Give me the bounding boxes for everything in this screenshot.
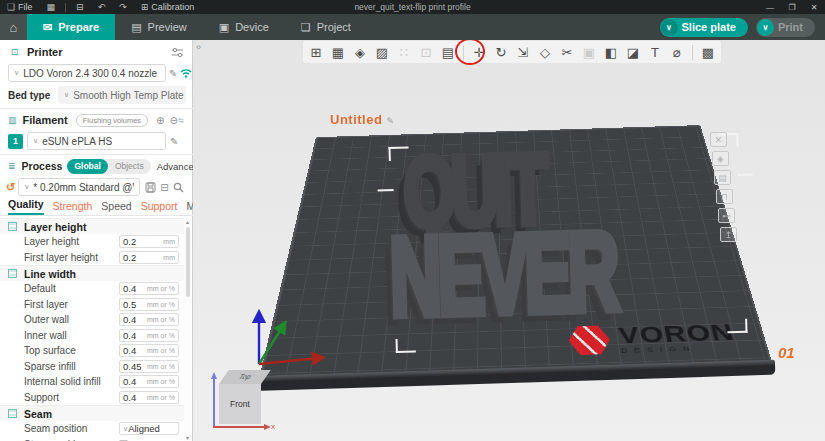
edit-printer-icon[interactable]: ✎ [169, 68, 177, 79]
scope-global[interactable]: Global [67, 159, 107, 174]
chevron-down-icon: ∨ [33, 137, 38, 145]
param-label: Sparse infill [24, 361, 119, 372]
param-label: Support [24, 392, 119, 403]
print-dropdown-icon[interactable]: ∨ [757, 19, 774, 36]
build-plate[interactable]: VORON DESIGN [259, 125, 772, 378]
home-button[interactable]: ⌂ [0, 14, 27, 40]
param-input[interactable]: 0.4mm or % [119, 282, 179, 295]
param-input[interactable]: 0.45mm or % [119, 360, 179, 373]
flushing-volumes-button[interactable]: Flushing volumes [76, 114, 148, 127]
tab-prepare-label: Prepare [58, 21, 99, 33]
tab-device[interactable]: ▣Device [203, 14, 285, 40]
slice-plate-button[interactable]: ∨ Slice plate [660, 18, 748, 37]
rename-plate-icon[interactable]: ✎ [386, 116, 394, 126]
scroll-up-icon[interactable]: ▴ [184, 218, 191, 225]
plate-name-label[interactable]: Untitled✎ [330, 112, 394, 127]
param-input[interactable]: 0.2mm [119, 251, 179, 264]
file-menu[interactable]: ❏ File [0, 0, 40, 14]
filament-preset-select[interactable]: ∨ eSUN ePLA HS [27, 132, 166, 150]
section-title: Line width [24, 268, 76, 280]
printer-preset-select[interactable]: ∨ LDO Voron 2.4 300 0.4 nozzle [8, 64, 166, 82]
printer-settings-icon[interactable] [171, 47, 184, 58]
calibration-menu[interactable]: ⊞ Calibration [134, 0, 202, 14]
navigation-cube[interactable]: Top Front x [209, 370, 279, 436]
param-input[interactable]: 0.2mm [119, 235, 179, 248]
param-section-header: Layer height [0, 218, 185, 234]
save-button[interactable]: ⊟ [69, 0, 91, 14]
scrollbar-thumb[interactable] [186, 227, 190, 297]
window-titlebar: ❏ File ▦ ⊟ ↶ ↷ ⊞ Calibration never_quit_… [0, 0, 825, 14]
y-axis-arrow [259, 326, 283, 364]
plate-image-icon[interactable]: ▤ [714, 170, 731, 185]
remove-filament-icon[interactable]: ⊖ [170, 115, 178, 126]
param-input[interactable]: 0.4mm or % [119, 375, 179, 388]
nav-face-top[interactable]: Top [219, 370, 271, 384]
plate-settings-icon[interactable]: ⊷ [718, 208, 735, 223]
delete-preset-icon[interactable]: ⊟ [160, 182, 168, 193]
add-filament-icon[interactable]: ⊕ [156, 115, 164, 126]
minimize-button[interactable]: — [759, 0, 781, 14]
param-value: 0.4 [123, 345, 136, 356]
filament-settings-icon[interactable] [178, 115, 184, 126]
redo-icon: ↷ [119, 2, 127, 12]
reset-preset-icon[interactable]: ↺ [6, 181, 15, 194]
maximize-button[interactable]: ❐ [781, 0, 803, 14]
param-label: Seam position [24, 423, 119, 434]
param-select[interactable]: ∨Aligned [119, 422, 179, 435]
param-unit: mm or % [147, 316, 175, 323]
param-input[interactable]: 0.4mm or % [119, 344, 179, 357]
redo-button[interactable]: ↷ [112, 0, 134, 14]
slice-dropdown-icon[interactable]: ∨ [661, 19, 678, 36]
filament-slot-badge[interactable]: 1 [8, 134, 23, 149]
menu-board-button[interactable]: ▦ [40, 0, 63, 14]
param-row: Staggered inner seams [0, 437, 185, 441]
param-unit: mm or % [147, 394, 175, 401]
voron-hexagon-icon [568, 324, 612, 356]
tab-preview-label: Preview [148, 21, 187, 33]
tab-prepare[interactable]: ✉Prepare [27, 14, 115, 40]
param-label: Default [24, 283, 119, 294]
logo-brand-text: VORON [617, 321, 736, 347]
slice-plate-label: Slice plate [682, 21, 736, 33]
tab-device-label: Device [235, 21, 269, 33]
sidebar-scrollbar[interactable]: ▴ ▾ [184, 218, 191, 441]
param-input[interactable]: 0.4mm or % [119, 313, 179, 326]
param-input[interactable]: 0.4mm or % [119, 391, 179, 404]
search-preset-icon[interactable] [173, 182, 184, 193]
param-unit: mm or % [147, 347, 175, 354]
param-input[interactable]: 0.4mm or % [119, 329, 179, 342]
bed-type-select[interactable]: ∨ Smooth High Temp Plate [58, 86, 186, 104]
param-unit: mm [163, 238, 175, 245]
param-tab-strength[interactable]: Strength [53, 200, 93, 215]
chevron-down-icon: ∨ [24, 183, 29, 191]
undo-button[interactable]: ↶ [91, 0, 113, 14]
origin-axes [243, 308, 327, 374]
param-label: Outer wall [24, 314, 119, 325]
plate-orient-icon[interactable]: ◈ [712, 151, 729, 166]
plate-arrow-icon[interactable]: ↥ [720, 227, 737, 242]
edit-filament-icon[interactable]: ✎ [170, 136, 178, 147]
scope-objects[interactable]: Objects [108, 159, 151, 174]
viewport-3d[interactable]: ‹› ⊞▦◈▨∷⊡▤✛↻⇲◇✂▣◧◪T⌀▩ VORON DESIGN QUIT … [193, 40, 825, 441]
param-tab-speed[interactable]: Speed [101, 200, 131, 215]
tab-preview[interactable]: ▤Preview [115, 14, 203, 40]
param-tab-support[interactable]: Support [141, 200, 178, 215]
wifi-icon[interactable] [180, 68, 192, 78]
process-scope-toggle[interactable]: Global Objects [67, 159, 150, 174]
tab-project-label: Project [317, 21, 351, 33]
param-unit: mm or % [147, 332, 175, 339]
print-button[interactable]: ∨ Print [756, 18, 815, 37]
process-preset-select[interactable]: ∨ * 0.20mm Standard @Voron - St... [18, 178, 140, 196]
tab-project[interactable]: ❏Project [285, 14, 367, 40]
plate-close-icon[interactable]: ✕ [710, 132, 727, 147]
param-tab-quality[interactable]: Quality [8, 198, 44, 215]
nav-face-front[interactable]: Front [219, 384, 261, 424]
param-label: Internal solid infill [24, 376, 119, 387]
close-button[interactable]: ✕ [803, 0, 825, 14]
chevron-down-icon: ∨ [64, 91, 69, 99]
plate-lock-icon[interactable]: ⊓ [716, 189, 733, 204]
save-preset-icon[interactable] [145, 182, 156, 193]
param-input[interactable]: 0.5mm or % [119, 298, 179, 311]
chevron-down-icon: ∨ [14, 69, 19, 77]
scroll-down-icon[interactable]: ▾ [184, 434, 191, 441]
